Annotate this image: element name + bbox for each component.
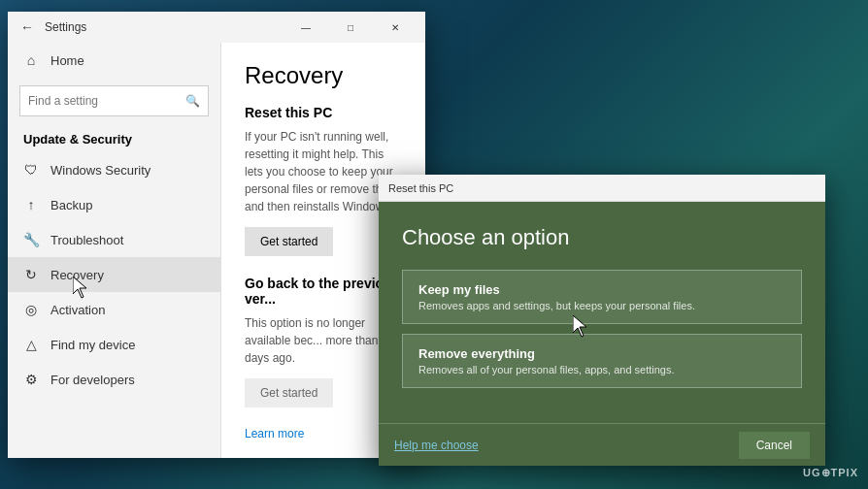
keep-files-option[interactable]: Keep my files Removes apps and settings,… bbox=[402, 270, 802, 324]
sidebar-item-windows-security[interactable]: 🛡 Windows Security bbox=[8, 152, 220, 187]
sidebar-item-troubleshoot[interactable]: 🔧 Troubleshoot bbox=[8, 222, 220, 257]
sidebar-item-label: Troubleshoot bbox=[50, 233, 123, 247]
help-link[interactable]: Help me choose bbox=[394, 439, 479, 452]
reset-get-started-button[interactable]: Get started bbox=[245, 227, 333, 256]
keep-files-desc: Removes apps and settings, but keeps you… bbox=[418, 300, 785, 311]
window-title: Settings bbox=[45, 20, 86, 34]
sidebar-item-label: Backup bbox=[50, 198, 92, 212]
titlebar-left: ← Settings bbox=[16, 16, 86, 39]
titlebar-controls: — □ ✕ bbox=[284, 12, 417, 43]
dialog-title: Reset this PC bbox=[388, 182, 453, 194]
dialog-heading: Choose an option bbox=[402, 225, 802, 250]
go-back-get-started-button[interactable]: Get started bbox=[245, 378, 333, 408]
home-icon: ⌂ bbox=[23, 52, 39, 68]
sidebar-item-label: Recovery bbox=[50, 268, 104, 282]
sidebar-item-label: Find my device bbox=[50, 338, 135, 352]
keep-files-title: Keep my files bbox=[418, 282, 785, 297]
page-title: Recovery bbox=[245, 62, 402, 89]
maximize-button[interactable]: □ bbox=[328, 12, 373, 43]
back-button[interactable]: ← bbox=[16, 16, 39, 39]
sidebar-item-label: For developers bbox=[50, 373, 135, 387]
sidebar-item-label: Windows Security bbox=[50, 163, 150, 178]
sidebar-item-for-developers[interactable]: ⚙ For developers bbox=[8, 362, 220, 397]
window-body: ⌂ Home 🔍 Update & Security 🛡 Windows Sec… bbox=[8, 43, 425, 458]
search-box[interactable]: 🔍 bbox=[19, 85, 209, 116]
minimize-button[interactable]: — bbox=[284, 12, 328, 43]
activation-icon: ◎ bbox=[23, 302, 39, 317]
find-device-icon: △ bbox=[23, 337, 39, 352]
sidebar-item-home[interactable]: ⌂ Home bbox=[8, 43, 220, 78]
remove-everything-title: Remove everything bbox=[418, 346, 785, 361]
remove-everything-desc: Removes all of your personal files, apps… bbox=[418, 364, 785, 375]
dialog-body: Choose an option Keep my files Removes a… bbox=[379, 202, 825, 423]
search-input[interactable] bbox=[28, 94, 185, 108]
settings-window: ← Settings — □ ✕ ⌂ Home 🔍 Update & bbox=[8, 12, 425, 458]
cancel-button[interactable]: Cancel bbox=[739, 432, 810, 459]
sidebar-item-recovery[interactable]: ↻ Recovery bbox=[8, 257, 220, 292]
search-icon: 🔍 bbox=[185, 94, 200, 108]
reset-dialog: Reset this PC Choose an option Keep my f… bbox=[379, 175, 825, 466]
recovery-icon: ↻ bbox=[23, 267, 39, 282]
backup-icon: ↑ bbox=[23, 197, 39, 212]
sidebar-section-title: Update & Security bbox=[8, 124, 220, 152]
troubleshoot-icon: 🔧 bbox=[23, 232, 39, 247]
shield-icon: 🛡 bbox=[23, 162, 39, 178]
sidebar: ⌂ Home 🔍 Update & Security 🛡 Windows Sec… bbox=[8, 43, 221, 458]
dialog-titlebar: Reset this PC bbox=[379, 175, 825, 202]
window-titlebar: ← Settings — □ ✕ bbox=[8, 12, 425, 43]
home-label: Home bbox=[50, 53, 84, 68]
sidebar-item-activation[interactable]: ◎ Activation bbox=[8, 292, 220, 327]
reset-section-title: Reset this PC bbox=[245, 105, 402, 120]
remove-everything-option[interactable]: Remove everything Removes all of your pe… bbox=[402, 334, 802, 388]
sidebar-item-backup[interactable]: ↑ Backup bbox=[8, 187, 220, 222]
sidebar-item-label: Activation bbox=[50, 303, 105, 317]
sidebar-item-find-my-device[interactable]: △ Find my device bbox=[8, 327, 220, 362]
dev-icon: ⚙ bbox=[23, 372, 39, 387]
close-button[interactable]: ✕ bbox=[373, 12, 417, 43]
desktop: ← Settings — □ ✕ ⌂ Home 🔍 Update & bbox=[0, 0, 868, 489]
watermark: UG⊕TPIX bbox=[803, 467, 858, 479]
dialog-footer: Help me choose Cancel bbox=[379, 423, 825, 466]
